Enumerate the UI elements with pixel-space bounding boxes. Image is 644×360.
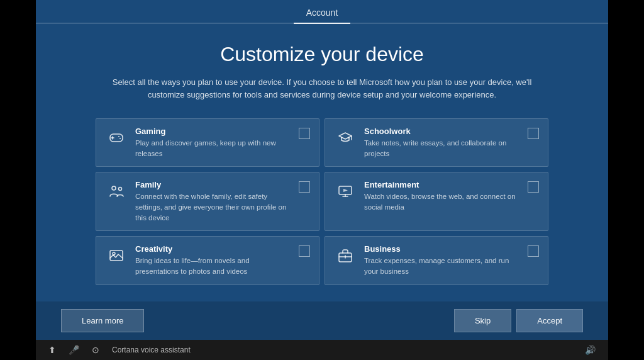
svg-point-7 (112, 186, 116, 190)
accept-button[interactable]: Accept (516, 309, 583, 332)
business-text: Business Track expenses, manage customer… (364, 244, 520, 276)
entertainment-desc: Watch videos, browse the web, and connec… (364, 191, 520, 212)
entertainment-text: Entertainment Watch videos, browse the w… (364, 180, 520, 212)
taskbar-mic-icon: 🎤 (69, 345, 79, 355)
card-business[interactable]: Business Track expenses, manage customer… (325, 236, 548, 284)
main-content: Customize your device Select all the way… (36, 24, 608, 301)
cortana-text: Cortana voice assistant (112, 346, 572, 354)
creativity-title: Creativity (135, 244, 291, 254)
schoolwork-text: Schoolwork Take notes, write essays, and… (364, 127, 520, 159)
cards-grid: Gaming Play and discover games, keep up … (96, 118, 548, 285)
business-desc: Track expenses, manage customers, and ru… (364, 256, 520, 276)
bottom-bar: Learn more Skip Accept (36, 301, 608, 340)
card-entertainment[interactable]: Entertainment Watch videos, browse the w… (325, 172, 548, 231)
business-icon (334, 244, 357, 267)
page-subtitle: Select all the ways you plan to use your… (108, 76, 536, 101)
tab-account[interactable]: Account (294, 3, 351, 23)
creativity-text: Creativity Bring ideas to life—from nove… (135, 244, 291, 276)
card-creativity[interactable]: Creativity Bring ideas to life—from nove… (96, 236, 319, 284)
entertainment-icon (334, 180, 357, 203)
svg-point-3 (118, 136, 119, 137)
tab-account-label: Account (306, 8, 338, 18)
main-window: Account Customize your device Select all… (36, 0, 608, 340)
taskbar: ⬆ 🎤 ⊙ Cortana voice assistant 🔊 (36, 340, 608, 360)
family-text: Family Connect with the whole family, ed… (135, 180, 291, 223)
bottom-left: Learn more (61, 309, 144, 332)
card-gaming[interactable]: Gaming Play and discover games, keep up … (96, 118, 319, 167)
family-checkbox[interactable] (299, 181, 310, 193)
entertainment-title: Entertainment (364, 180, 520, 189)
gaming-desc: Play and discover games, keep up with ne… (135, 138, 291, 159)
gaming-text: Gaming Play and discover games, keep up … (135, 127, 291, 159)
page-title: Customize your device (220, 43, 424, 66)
svg-marker-12 (343, 189, 348, 192)
creativity-checkbox[interactable] (299, 245, 310, 257)
bottom-right: Skip Accept (454, 309, 583, 332)
learn-more-button[interactable]: Learn more (61, 309, 144, 332)
family-icon (105, 180, 128, 203)
card-schoolwork[interactable]: Schoolwork Take notes, write essays, and… (325, 118, 548, 167)
creativity-icon (105, 244, 128, 267)
schoolwork-icon (334, 127, 357, 149)
svg-point-8 (119, 188, 122, 191)
schoolwork-title: Schoolwork (364, 127, 520, 136)
schoolwork-checkbox[interactable] (528, 128, 539, 139)
creativity-desc: Bring ideas to life—from novels and pres… (135, 256, 291, 276)
tab-bar: Account (36, 0, 608, 24)
entertainment-checkbox[interactable] (528, 181, 539, 193)
card-family[interactable]: Family Connect with the whole family, ed… (96, 172, 319, 231)
family-desc: Connect with the whole family, edit safe… (135, 191, 291, 223)
gaming-checkbox[interactable] (299, 128, 310, 139)
gaming-icon (105, 127, 128, 149)
svg-marker-5 (339, 133, 352, 139)
business-title: Business (364, 244, 520, 254)
taskbar-share-icon: ⬆ (48, 345, 56, 355)
family-title: Family (135, 180, 291, 189)
schoolwork-desc: Take notes, write essays, and collaborat… (364, 138, 520, 159)
svg-point-4 (119, 138, 121, 139)
cortana-icon[interactable]: ⊙ (92, 345, 99, 355)
gaming-title: Gaming (135, 127, 291, 136)
business-checkbox[interactable] (528, 245, 539, 257)
skip-button[interactable]: Skip (454, 309, 511, 332)
volume-icon[interactable]: 🔊 (585, 345, 596, 355)
